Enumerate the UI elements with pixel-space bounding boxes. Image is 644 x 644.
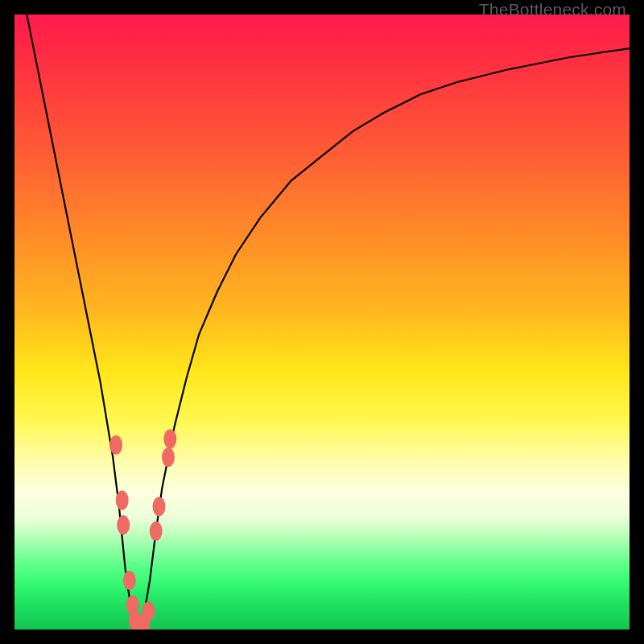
chart-frame: TheBottleneck.com [0,0,644,644]
data-marker [163,429,176,448]
watermark-text: TheBottleneck.com [479,0,626,19]
data-marker [109,436,122,455]
data-marker [162,448,175,467]
chart-svg [14,14,630,630]
data-markers [109,429,176,630]
chart-plot-area [14,14,630,630]
data-marker [117,515,130,535]
data-marker [123,571,136,590]
data-marker [116,491,129,510]
data-marker [142,601,155,621]
data-marker [153,497,166,516]
data-marker [150,522,163,541]
bottleneck-curve [14,14,630,630]
